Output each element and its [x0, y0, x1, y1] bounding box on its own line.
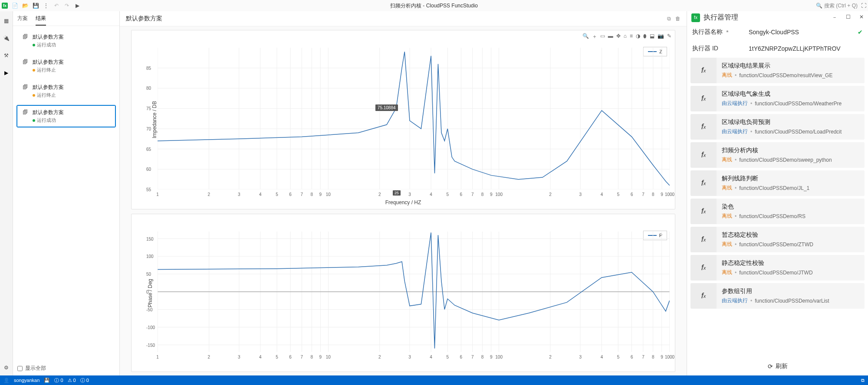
tag2-icon[interactable]: ⬮ — [643, 33, 647, 40]
executor-item-title: 暂态稳定校验 — [722, 231, 859, 239]
x-tick: 6 — [460, 192, 463, 197]
x-tick: 1000 — [665, 355, 674, 359]
executor-title: 执行器管理 — [704, 13, 738, 22]
x-tick: 7 — [642, 355, 644, 359]
zoom-icon[interactable]: 🔍 — [582, 33, 589, 40]
executor-item[interactable]: fx 暂态稳定校验 离线•function/CloudPSSDemo/ZTWD — [690, 227, 865, 252]
refresh-button[interactable]: ⟳ 刷新 — [687, 357, 868, 375]
x-tick: 100 — [495, 355, 503, 359]
window-title: 扫频分析内核 - CloudPSS FuncStudio — [390, 2, 478, 10]
scheme-icon: 🗐 — [21, 33, 29, 40]
executor-name-value[interactable]: Songyk-CloudPSS ✔ — [749, 29, 863, 36]
show-all-row[interactable]: 显示全部 — [13, 361, 119, 375]
expand-panel-icon[interactable]: ⛶ — [861, 3, 866, 9]
settings-icon[interactable]: ⚙ — [2, 363, 11, 372]
charts-area: 🔍 ＋ ▭ ▬ ✥ ⌂ ≡ ◑ ⬮ ⬓ 📷 ✎ Z — [120, 26, 687, 375]
scheme-item[interactable]: 🗐 默认参数方案 运行成功 — [16, 29, 116, 52]
edit-icon[interactable]: ✎ — [667, 33, 671, 40]
maximize-icon[interactable]: ☐ — [846, 14, 851, 21]
scheme-status: 运行成功 — [33, 117, 64, 124]
clone-icon[interactable]: ⧉ — [667, 16, 671, 22]
resize-icon[interactable]: ✥ — [616, 33, 621, 40]
x-tick: 2 — [549, 192, 552, 197]
center-header: 默认参数方案 ⧉ 🗑 — [120, 11, 687, 26]
tab-result[interactable]: 结果 — [36, 15, 46, 26]
scheme-icon: 🗐 — [21, 109, 29, 115]
status-warn: ⚠ 0 — [68, 378, 76, 383]
more-icon[interactable]: ⋮ — [43, 2, 49, 9]
executor-item-meta: 由云端执行•function/CloudPSSDemo/varList — [722, 297, 859, 304]
search-icon: 🔍 — [816, 3, 822, 9]
show-all-checkbox[interactable] — [17, 366, 23, 371]
plug-icon[interactable]: 🔌 — [2, 34, 11, 42]
executor-item-title: 解列线路判断 — [722, 175, 859, 183]
x-tick: 7 — [301, 355, 303, 359]
tag1-icon[interactable]: ◑ — [636, 33, 640, 40]
executor-item[interactable]: fx 区域绿电负荷预测 由云端执行•function/CloudPSSDemo/… — [690, 114, 865, 140]
x-tick: 5 — [276, 192, 278, 197]
executor-item-title: 参数组引用 — [722, 287, 859, 295]
x-tick: 6 — [289, 192, 292, 197]
executor-item[interactable]: fx 区域绿电结果展示 离线•function/CloudPSSDemo/res… — [690, 58, 865, 83]
y-tick: 50 — [146, 272, 151, 277]
layout-toggle-icon[interactable]: ⧉ — [861, 378, 865, 383]
x-tick: 4 — [259, 192, 262, 197]
check-icon: ✔ — [858, 29, 863, 36]
x-tick: 9 — [319, 355, 322, 359]
status-info: ⓘ 0 — [54, 377, 63, 384]
tab-scheme[interactable]: 方案 — [17, 15, 28, 26]
user-icon: 👤 — [3, 378, 10, 383]
undo-icon[interactable]: ↶ — [53, 2, 60, 9]
executor-item[interactable]: fx 染色 离线•function/CloudPSSDemo/RS — [690, 199, 865, 224]
phase-chart: P Phase / Deg -150-100-50050100150123456… — [131, 214, 675, 372]
y-tick: -100 — [146, 325, 155, 330]
executor-item[interactable]: fx 参数组引用 由云端执行•function/CloudPSSDemo/var… — [690, 283, 865, 309]
executor-item-title: 染色 — [722, 203, 859, 211]
x-tick: 5 — [446, 355, 449, 359]
status-bar: 👤 songyankan 💾 ⓘ 0 ⚠ 0 ⓘ 0 ⧉ — [0, 375, 868, 385]
scheme-item[interactable]: 🗐 默认参数方案 运行成功 — [16, 105, 116, 127]
plot-area-z[interactable] — [158, 48, 670, 189]
plot-area-p[interactable] — [158, 232, 670, 352]
x-tick: 2 — [208, 192, 210, 197]
add-icon[interactable]: ＋ — [592, 33, 597, 40]
executor-id-value[interactable]: 1tY6ZNRPZopwZLLjKPTPhTROV — [749, 45, 863, 52]
executor-item[interactable]: fx 区域绿电气象生成 由云端执行•function/CloudPSSDemo/… — [690, 86, 865, 111]
run-icon[interactable]: ▶ — [74, 2, 81, 9]
executor-item[interactable]: fx 静态稳定性校验 离线•function/CloudPSSDemo/JTWD — [690, 255, 865, 281]
minimize-icon[interactable]: － — [832, 14, 837, 21]
executor-item-meta: 离线•function/CloudPSSDemo/JL_1 — [722, 184, 859, 192]
x-tick: 10 — [326, 192, 331, 197]
bars-icon[interactable]: ≡ — [630, 33, 633, 40]
close-icon[interactable]: ✕ — [859, 14, 864, 21]
square-icon[interactable]: ▬ — [608, 33, 613, 40]
home-icon[interactable]: ⌂ — [624, 33, 627, 40]
camera-icon[interactable]: 📷 — [658, 33, 664, 40]
x-tick: 9 — [490, 192, 493, 197]
play-tab-icon[interactable]: ▶ — [2, 69, 11, 77]
scheme-title: 默认参数方案 — [33, 33, 64, 41]
scheme-item[interactable]: 🗐 默认参数方案 运行终止 — [16, 55, 116, 77]
y-tick: 75 — [146, 106, 151, 111]
new-file-icon[interactable]: 📄 — [11, 2, 18, 9]
y-tick: 150 — [146, 236, 154, 241]
y-tick: 80 — [146, 86, 151, 91]
executor-item[interactable]: fx 扫频分析内核 离线•function/CloudPSSDemo/sweep… — [690, 142, 865, 168]
search-button[interactable]: 🔍 搜索 (Ctrl + Q) — [816, 2, 858, 10]
function-icon: fx — [690, 58, 717, 83]
open-file-icon[interactable]: 📂 — [22, 2, 29, 9]
minus-icon[interactable]: ▭ — [600, 33, 605, 40]
executor-item-title: 区域绿电负荷预测 — [722, 118, 859, 126]
tools-icon[interactable]: ⚒ — [2, 51, 11, 60]
executor-item-title: 扫频分析内核 — [722, 147, 859, 154]
save-icon[interactable]: 💾 — [32, 2, 39, 9]
download-icon[interactable]: ⬓ — [650, 33, 654, 40]
redo-icon[interactable]: ↷ — [63, 2, 70, 9]
executor-item[interactable]: fx 解列线路判断 离线•function/CloudPSSDemo/JL_1 — [690, 170, 865, 196]
executor-name-label: 执行器名称 ＊ — [692, 28, 744, 36]
refresh-label: 刷新 — [776, 362, 788, 370]
layout-icon[interactable]: ▦ — [2, 16, 11, 25]
scheme-item[interactable]: 🗐 默认参数方案 运行终止 — [16, 80, 116, 102]
delete-icon[interactable]: 🗑 — [675, 16, 681, 22]
executor-item-meta: 离线•function/CloudPSSDemo/RS — [722, 212, 859, 220]
